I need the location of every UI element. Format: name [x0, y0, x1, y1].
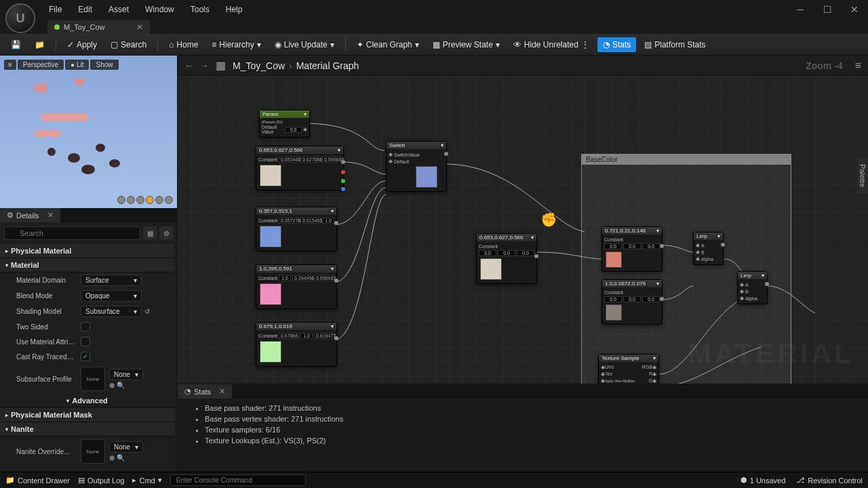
titlebar: File Edit Asset Window Tools Help ─ ☐ ✕: [0, 0, 868, 19]
menu-file[interactable]: File: [41, 5, 70, 14]
details-filter-button[interactable]: ▦: [143, 226, 157, 240]
category-material[interactable]: ▾Material: [0, 258, 174, 272]
stats-line: Texture samplers: 6/16: [205, 424, 854, 435]
node-param[interactable]: Param▾ (Param (0)) Default Value0.0◉: [259, 110, 310, 138]
breadcrumb-page[interactable]: Material Graph: [296, 60, 359, 71]
dirty-indicator-icon: [54, 24, 60, 30]
preview-viewport[interactable]: ≡ Perspective ● Lit Show: [0, 56, 177, 208]
prop-subsurface-dropdown[interactable]: None▾: [109, 369, 143, 380]
prop-usematattr-label: Use Material Attri…: [16, 338, 81, 346]
cleangraph-button[interactable]: ✦ Clean Graph ▾: [351, 37, 425, 52]
node-constant-3[interactable]: 1.0,395,0.591▾ Constant1.00.3949560.5906…: [256, 264, 337, 309]
liveupdate-button[interactable]: ◉ Live Update ▾: [269, 37, 340, 52]
details-search-input[interactable]: [4, 226, 140, 240]
output-log-button[interactable]: ▤ Output Log: [78, 476, 124, 485]
details-tab[interactable]: ⚙ Details✕: [0, 208, 60, 222]
node-constant-7[interactable]: 1.0,0.0872,0.079▾ Constant 0.00.00.0: [601, 279, 663, 325]
stats-tab[interactable]: ◔ Stats✕: [178, 384, 232, 399]
viewport-perspective-button[interactable]: Perspective: [18, 60, 64, 70]
node-switch[interactable]: Switch▾ ◉ SwitchValue ◉ Default: [386, 141, 447, 192]
prop-shading-model-dropdown[interactable]: Subsurface▾: [81, 306, 142, 317]
revision-control-button[interactable]: ⎇ Revision Control: [796, 476, 863, 485]
browse-asset-icon[interactable]: 🔍: [117, 454, 125, 462]
prop-blend-mode-label: Blend Mode: [16, 292, 81, 300]
menu-help[interactable]: Help: [218, 5, 251, 14]
cursor-grab-icon: ✊: [540, 211, 557, 228]
details-close-icon[interactable]: ✕: [47, 211, 54, 220]
close-button[interactable]: ✕: [841, 0, 868, 19]
prop-nanite-dropdown[interactable]: None▾: [109, 441, 143, 453]
unsaved-indicator[interactable]: ⬢ 1 Unsaved: [741, 476, 786, 485]
prop-subsurface-thumb[interactable]: None: [81, 367, 105, 391]
details-settings-button[interactable]: ⚙: [159, 226, 173, 240]
prop-subsurface-label: Subsurface Profile: [16, 375, 81, 383]
node-constant-6[interactable]: 0.721,0.21,0.148▾ Constant 0.00.00.0: [601, 226, 663, 272]
material-graph-canvas[interactable]: Palette MATERIAL Param▾: [178, 76, 868, 384]
category-nanite[interactable]: ▾Nanite: [0, 422, 174, 436]
node-constant-4[interactable]: 0.679,1,0.619▾ Constant0.678661.00.61947…: [256, 322, 337, 367]
node-lerp-1[interactable]: Lerp▾ ◉A ◉B ◉Alpha: [693, 232, 724, 265]
graph-menu-icon[interactable]: ≡: [855, 60, 861, 72]
console-input[interactable]: [170, 474, 306, 486]
prop-blend-mode-dropdown[interactable]: Opaque▾: [81, 290, 142, 302]
graph-grid-icon[interactable]: ▦: [216, 59, 226, 72]
node-constant-1[interactable]: 0.653,0.627,0.566▾ Constant0.6534430.627…: [256, 146, 344, 190]
prop-castray-checkbox[interactable]: ✓: [81, 352, 90, 361]
category-physical-material[interactable]: ▸Physical Material: [0, 244, 174, 258]
apply-button[interactable]: ✓ Apply: [62, 37, 102, 52]
viewport-show-button[interactable]: Show: [90, 60, 118, 70]
stats-line: Base pass shader: 271 instructions: [205, 403, 854, 413]
prop-material-domain-dropdown[interactable]: Surface▾: [81, 274, 142, 286]
asset-tab[interactable]: M_Toy_Cow ✕: [47, 20, 150, 34]
asset-tabbar: M_Toy_Cow ✕: [0, 19, 868, 34]
use-asset-icon[interactable]: ⊕: [109, 382, 115, 389]
save-button[interactable]: 💾: [5, 37, 26, 52]
home-button[interactable]: ⌂ Home: [163, 37, 203, 52]
ue-logo: U: [5, 3, 35, 33]
stats-button[interactable]: ◔ Stats: [597, 37, 636, 52]
preview-shape-selector[interactable]: [117, 196, 173, 204]
maximize-button[interactable]: ☐: [814, 0, 841, 19]
tab-close-icon[interactable]: ✕: [136, 22, 143, 32]
node-lerp-2[interactable]: Lerp▾ ◉A ◉B ◉Alpha: [737, 271, 768, 304]
viewport-menu-button[interactable]: ≡: [4, 60, 16, 70]
chevron-right-icon: ›: [289, 60, 292, 71]
previewstate-button[interactable]: ▦ Preview State ▾: [427, 37, 505, 52]
menu-tools[interactable]: Tools: [182, 5, 218, 14]
palette-tab[interactable]: Palette: [857, 157, 868, 194]
status-bar: 📁 Content Drawer ▤ Output Log ▸ Cmd ▾ ⬢ …: [0, 472, 868, 488]
prop-shading-model-label: Shading Model: [16, 308, 81, 315]
stats-close-icon[interactable]: ✕: [219, 387, 225, 396]
platformstats-button[interactable]: ▤ Platform Stats: [639, 37, 711, 52]
node-constant-5[interactable]: 0.653,0.627,0.566▾ Constant 0.00.00.0: [476, 233, 537, 284]
nav-forward-button[interactable]: →: [199, 60, 209, 71]
prop-twosided-checkbox[interactable]: [81, 322, 90, 331]
node-constant-2[interactable]: 0.357,0.515,1▾ Constant0.3572780.5154631…: [256, 207, 337, 251]
cmd-button[interactable]: ▸ Cmd ▾: [132, 476, 161, 485]
hideunrelated-button[interactable]: 👁 Hide Unrelated ⋮: [508, 37, 595, 52]
prop-material-domain-label: Material Domain: [16, 277, 81, 284]
category-physical-material-mask[interactable]: ▸Physical Material Mask: [0, 408, 174, 422]
content-drawer-button[interactable]: 📁 Content Drawer: [5, 476, 70, 485]
browse-button[interactable]: 📁: [29, 37, 50, 52]
hierarchy-button[interactable]: ≡ Hierarchy ▾: [206, 37, 266, 52]
prop-castray-label: Cast Ray Traced…: [16, 353, 81, 361]
reset-icon[interactable]: ↺: [144, 308, 150, 315]
menu-edit[interactable]: Edit: [70, 5, 100, 14]
menu-asset[interactable]: Asset: [100, 5, 137, 14]
preview-mesh: [20, 73, 157, 188]
use-asset-icon[interactable]: ⊕: [109, 454, 115, 462]
prop-usematattr-checkbox[interactable]: [81, 337, 90, 346]
breadcrumb-asset[interactable]: M_Toy_Cow: [233, 60, 285, 71]
browse-asset-icon[interactable]: 🔍: [117, 382, 125, 389]
minimize-button[interactable]: ─: [787, 0, 814, 19]
menu-window[interactable]: Window: [137, 5, 182, 14]
category-advanced[interactable]: ▾Advanced: [0, 394, 174, 408]
prop-nanite-thumb[interactable]: None: [81, 439, 105, 464]
viewport-lit-button[interactable]: ● Lit: [65, 60, 89, 70]
search-button[interactable]: ▢ Search: [105, 37, 152, 52]
stats-line: Base pass vertex shader: 271 instruction…: [205, 413, 854, 424]
node-texture-sample[interactable]: Texture Sample▾ ◉UVsRGB◉ ◉TexR◉ ◉Apply V…: [598, 354, 659, 384]
stats-list: Base pass shader: 271 instructions Base …: [178, 399, 868, 450]
nav-back-button[interactable]: ←: [184, 60, 194, 71]
